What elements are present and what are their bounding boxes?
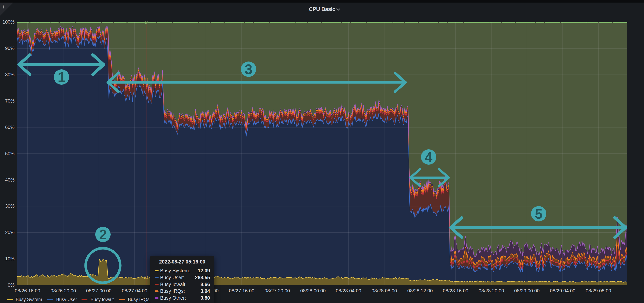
svg-text:5: 5: [535, 206, 543, 222]
svg-text:2: 2: [99, 227, 107, 242]
svg-text:3: 3: [245, 62, 252, 77]
svg-text:1: 1: [58, 70, 66, 85]
svg-text:4: 4: [425, 150, 432, 165]
